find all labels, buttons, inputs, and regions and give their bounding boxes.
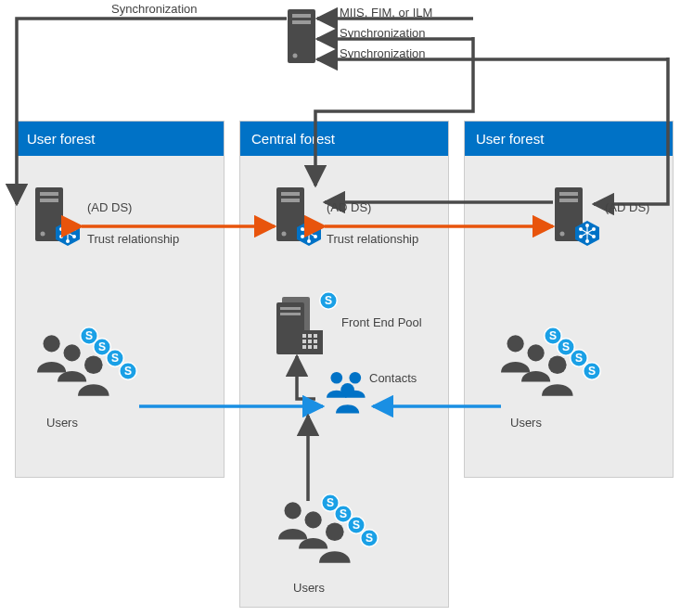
sync-server-icon <box>288 9 315 63</box>
adds-right <box>555 187 599 246</box>
adds-left-label: (AD DS) <box>87 200 132 214</box>
adds-left <box>35 187 80 246</box>
sync-label-r1: Synchronization <box>340 26 426 40</box>
users-left-label: Users <box>46 416 78 430</box>
users-right-icon <box>501 327 601 396</box>
topology-diagram: User forest Central forest User forest <box>0 0 693 616</box>
contacts-label: Contacts <box>369 371 417 385</box>
adds-center-label: (AD DS) <box>327 200 371 214</box>
sync-server-label: MIIS, FIM, or ILM <box>340 6 432 19</box>
sync-vertical-right <box>594 58 668 204</box>
users-center-icon <box>278 494 379 563</box>
trust-center-label: Trust relationship <box>327 232 418 246</box>
frontend-label: Front End Pool <box>341 315 422 329</box>
adds-right-label: (AD DS) <box>605 200 649 214</box>
trust-left-label: Trust relationship <box>87 232 179 246</box>
sync-label-r2: Synchronization <box>340 46 426 60</box>
adds-center <box>276 187 321 246</box>
contacts-to-frontend-arrow <box>297 356 315 399</box>
sync-arrow-left <box>17 19 287 204</box>
contacts-icon <box>327 372 366 414</box>
users-right-label: Users <box>510 416 542 430</box>
front-end-pool-icon <box>276 291 338 354</box>
connectors-layer: S <box>0 0 693 616</box>
users-left-icon <box>37 327 137 396</box>
sync-label-left: Synchronization <box>111 2 198 16</box>
users-center-label: Users <box>293 581 325 595</box>
